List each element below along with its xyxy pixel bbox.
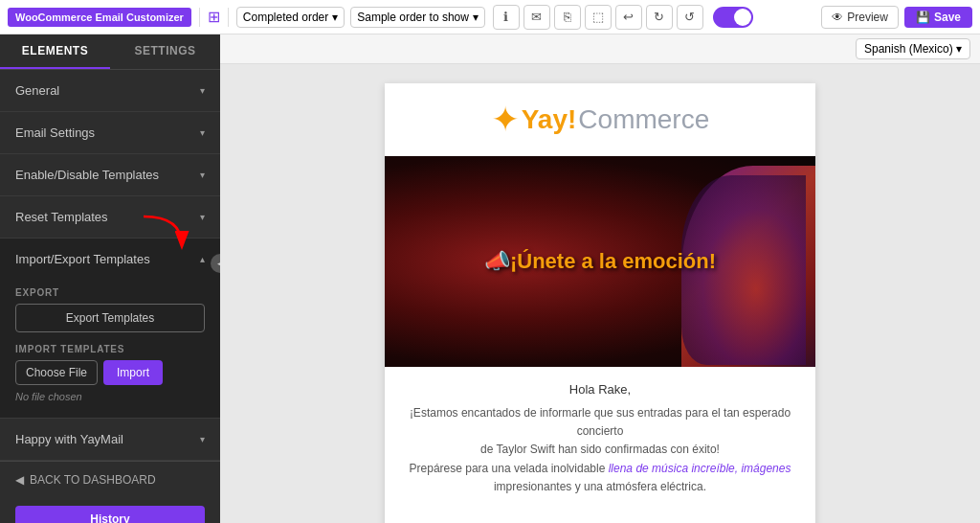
choose-file-button[interactable]: Choose File (15, 360, 98, 385)
save-label: Save (934, 11, 961, 24)
brand-label: WooCommerce Email Customizer (8, 8, 191, 27)
toggle-switch[interactable] (713, 7, 753, 28)
info-button[interactable]: ℹ (493, 5, 520, 30)
order-dropdown-label: Completed order (243, 11, 328, 24)
order-dropdown[interactable]: Completed order ▾ (236, 7, 345, 28)
chevron-icon4: ▾ (200, 212, 205, 222)
tab-settings[interactable]: SETTINGS (110, 34, 220, 69)
language-selector[interactable]: Spanish (Mexico) ▾ (856, 38, 970, 59)
chevron-down-icon2: ▾ (473, 11, 479, 24)
sidebar-bottom: ◀ BACK TO DASHBOARD History (0, 461, 220, 523)
redo2-button[interactable]: ↻ (646, 5, 673, 30)
import-row: Choose File Import (15, 360, 205, 385)
import-button[interactable]: Import (103, 360, 163, 385)
chevron-icon3: ▾ (200, 170, 205, 180)
body-highlight: llena de música increíble, imágenes (609, 462, 791, 475)
canvas-toolbar: Spanish (Mexico) ▾ (220, 34, 980, 64)
tab-elements[interactable]: ELEMENTS (0, 34, 110, 69)
yay-text: Yay! (522, 104, 577, 135)
email-settings-label: Email Settings (15, 125, 95, 140)
frame-button[interactable]: ⬚ (585, 5, 612, 30)
reset-templates-label: Reset Templates (15, 210, 108, 224)
chevron-icon5: ▾ (200, 434, 205, 444)
body-text-2: de Taylor Swift han sido confirmadas con… (480, 443, 720, 456)
sidebar-item-email-settings[interactable]: Email Settings ▾ (0, 112, 220, 154)
sidebar-tabs: ELEMENTS SETTINGS (0, 34, 220, 70)
preview-label: Preview (847, 11, 888, 24)
chevron-up-icon: ▴ (200, 254, 205, 264)
divider (199, 8, 200, 27)
back-to-dashboard-button[interactable]: ◀ BACK TO DASHBOARD (0, 461, 220, 498)
chevron-icon2: ▾ (200, 127, 205, 138)
chevron-icon: ▾ (200, 85, 205, 96)
divider2 (228, 8, 229, 27)
canvas-scroll[interactable]: ✦ Yay! Commerce 📣¡Únete a la emoción! (220, 64, 980, 523)
toggle-thumb (734, 9, 751, 26)
lang-label: Spanish (Mexico) (864, 42, 953, 56)
sidebar-item-enable-disable[interactable]: Enable/Disable Templates ▾ (0, 154, 220, 196)
email-hero-banner: 📣¡Únete a la emoción! (385, 156, 815, 367)
yay-logo: ✦ Yay! Commerce (404, 102, 796, 137)
commerce-text: Commerce (578, 104, 709, 135)
back-label: BACK TO DASHBOARD (30, 473, 156, 487)
import-export-body: EXPORT Export Templates IMPORT TEMPLATES… (0, 280, 220, 418)
email-greeting: Hola Rake, (408, 382, 792, 397)
preview-button[interactable]: 👁 Preview (821, 6, 899, 29)
body-text-4: impresionantes y una atmósfera eléctrica… (494, 480, 706, 493)
history-button[interactable]: History (15, 506, 205, 523)
no-file-label: No file chosen (15, 391, 205, 402)
grid-icon[interactable]: ⊞ (208, 8, 220, 26)
sample-order-dropdown[interactable]: Sample order to show ▾ (350, 7, 485, 28)
save-button[interactable]: 💾 Save (904, 7, 972, 28)
email-preview: ✦ Yay! Commerce 📣¡Únete a la emoción! (385, 83, 815, 523)
copy-button[interactable]: ⎘ (554, 5, 581, 30)
email-body: Hola Rake, ¡Estamos encantados de inform… (385, 367, 815, 512)
topbar: WooCommerce Email Customizer ⊞ Completed… (0, 0, 980, 34)
general-label: General (15, 83, 59, 98)
sample-dropdown-label: Sample order to show (357, 11, 469, 24)
import-section-label: IMPORT TEMPLATES (15, 344, 205, 354)
toolbar: ℹ ✉ ⎘ ⬚ ↩ ↻ ↺ (493, 5, 703, 30)
lang-chevron-icon: ▾ (956, 42, 962, 56)
happy-label: Happy with YayMail (15, 432, 123, 446)
redo-button[interactable]: ↺ (677, 5, 703, 30)
sidebar-item-reset-templates[interactable]: Reset Templates ▾ (0, 196, 220, 239)
star-icon: ✦ (491, 102, 520, 137)
toggle-track[interactable] (713, 7, 753, 28)
back-arrow-icon: ◀ (15, 473, 24, 487)
email-button[interactable]: ✉ (523, 5, 550, 30)
body-text-3: Prepárese para una velada inolvidable (410, 462, 606, 475)
sidebar-item-import-export: Import/Export Templates ▴ ◀ (0, 239, 220, 419)
import-export-label: Import/Export Templates (15, 252, 150, 266)
collapse-icon: ◀ (217, 259, 221, 268)
body-text-1: ¡Estamos encantados de informarle que su… (410, 406, 791, 438)
chevron-down-icon: ▾ (332, 11, 338, 24)
undo-button[interactable]: ↩ (615, 5, 642, 30)
main-layout: ELEMENTS SETTINGS General ▾ Email Settin… (0, 34, 980, 523)
sidebar-item-general[interactable]: General ▾ (0, 70, 220, 112)
enable-disable-label: Enable/Disable Templates (15, 168, 159, 182)
canvas-area: Spanish (Mexico) ▾ ✦ Yay! Commerce 📣¡Úne (220, 34, 980, 523)
import-export-header[interactable]: Import/Export Templates ▴ (0, 239, 220, 280)
email-logo-header: ✦ Yay! Commerce (385, 83, 815, 156)
sidebar-item-happy-yaymial[interactable]: Happy with YayMail ▾ (0, 419, 220, 461)
export-section-label: EXPORT (15, 287, 205, 298)
eye-icon: 👁 (832, 11, 843, 24)
email-body-line1: ¡Estamos encantados de informarle que su… (408, 404, 792, 496)
hero-heading: 📣¡Únete a la emoción! (465, 230, 735, 293)
export-templates-button[interactable]: Export Templates (15, 304, 205, 332)
sidebar: ELEMENTS SETTINGS General ▾ Email Settin… (0, 34, 220, 523)
save-icon: 💾 (916, 11, 930, 24)
